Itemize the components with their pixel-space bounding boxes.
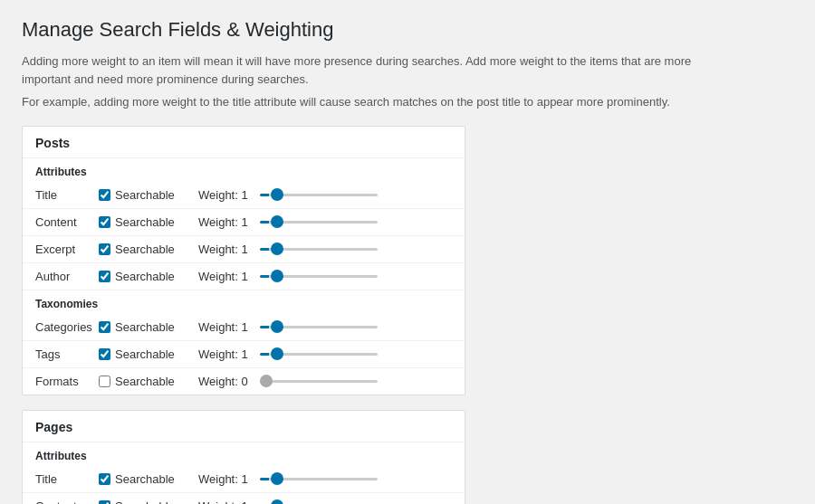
- searchable-checkbox[interactable]: [99, 376, 110, 387]
- weight-slider[interactable]: [260, 275, 378, 278]
- weight-label: Weight: 1: [198, 347, 260, 361]
- searchable-label: Searchable: [115, 215, 175, 229]
- section-pages: PagesAttributesTitleSearchableWeight: 1C…: [22, 410, 465, 505]
- weight-slider-wrapper: [260, 221, 378, 223]
- weight-label: Weight: 1: [198, 499, 260, 505]
- searchable-checkbox[interactable]: [99, 189, 110, 201]
- field-name: Tags: [35, 347, 99, 361]
- field-name: Formats: [35, 375, 99, 388]
- searchable-label: Searchable: [115, 242, 175, 256]
- searchable-checkbox[interactable]: [99, 500, 110, 505]
- searchable-checkbox[interactable]: [99, 321, 110, 333]
- table-row: TagsSearchableWeight: 1: [23, 341, 465, 368]
- section-title-pages: Pages: [23, 411, 465, 442]
- table-row: FormatsSearchableWeight: 0: [23, 368, 465, 395]
- searchable-checkbox-wrapper[interactable]: Searchable: [99, 375, 198, 388]
- weight-slider: [260, 380, 378, 383]
- field-name: Content: [35, 499, 99, 505]
- weight-label: Weight: 0: [198, 375, 260, 388]
- weight-label: Weight: 1: [198, 188, 260, 202]
- searchable-checkbox[interactable]: [99, 271, 110, 282]
- table-row: AuthorSearchableWeight: 1: [23, 263, 465, 290]
- section-title-posts: Posts: [23, 127, 465, 158]
- weight-slider[interactable]: [260, 248, 378, 251]
- searchable-checkbox-wrapper[interactable]: Searchable: [99, 472, 198, 486]
- searchable-checkbox-wrapper[interactable]: Searchable: [99, 215, 198, 229]
- searchable-label: Searchable: [115, 499, 175, 505]
- subsection-label: Attributes: [23, 158, 465, 182]
- table-row: TitleSearchableWeight: 1: [23, 182, 465, 209]
- subsection-label: Taxonomies: [23, 290, 465, 314]
- weight-slider[interactable]: [260, 353, 378, 356]
- field-name: Title: [35, 472, 99, 486]
- table-row: ContentSearchableWeight: 1: [23, 493, 465, 505]
- searchable-label: Searchable: [115, 320, 175, 334]
- page-title: Manage Search Fields & Weighting: [22, 18, 793, 42]
- searchable-label: Searchable: [115, 472, 175, 486]
- weight-slider-wrapper: [260, 194, 378, 196]
- searchable-checkbox-wrapper[interactable]: Searchable: [99, 270, 198, 283]
- field-name: Excerpt: [35, 242, 99, 256]
- weight-slider[interactable]: [260, 478, 378, 480]
- section-posts: PostsAttributesTitleSearchableWeight: 1C…: [22, 126, 465, 395]
- table-row: CategoriesSearchableWeight: 1: [23, 314, 465, 341]
- weight-slider-wrapper: [260, 380, 378, 383]
- searchable-checkbox-wrapper[interactable]: Searchable: [99, 320, 198, 334]
- searchable-checkbox[interactable]: [99, 216, 110, 228]
- searchable-checkbox-wrapper[interactable]: Searchable: [99, 499, 198, 505]
- field-name: Content: [35, 215, 99, 229]
- field-name: Categories: [35, 320, 99, 334]
- searchable-label: Searchable: [115, 375, 175, 388]
- field-name: Title: [35, 188, 99, 202]
- weight-slider[interactable]: [260, 221, 378, 223]
- weight-slider[interactable]: [260, 194, 378, 196]
- weight-slider-wrapper: [260, 275, 378, 278]
- weight-label: Weight: 1: [198, 215, 260, 229]
- weight-slider-wrapper: [260, 353, 378, 356]
- searchable-checkbox[interactable]: [99, 243, 110, 255]
- weight-slider-wrapper: [260, 248, 378, 251]
- searchable-checkbox-wrapper[interactable]: Searchable: [99, 347, 198, 361]
- searchable-label: Searchable: [115, 188, 175, 202]
- field-name: Author: [35, 270, 99, 283]
- weight-label: Weight: 1: [198, 270, 260, 283]
- table-row: ExcerptSearchableWeight: 1: [23, 236, 465, 263]
- searchable-checkbox[interactable]: [99, 473, 110, 485]
- searchable-checkbox[interactable]: [99, 348, 110, 360]
- weight-slider[interactable]: [260, 326, 378, 328]
- searchable-checkbox-wrapper[interactable]: Searchable: [99, 242, 198, 256]
- description-2: For example, adding more weight to the t…: [22, 93, 701, 111]
- searchable-checkbox-wrapper[interactable]: Searchable: [99, 188, 198, 202]
- table-row: TitleSearchableWeight: 1: [23, 466, 465, 493]
- weight-slider-wrapper: [260, 326, 378, 328]
- searchable-label: Searchable: [115, 270, 175, 283]
- searchable-label: Searchable: [115, 347, 175, 361]
- weight-label: Weight: 1: [198, 242, 260, 256]
- weight-label: Weight: 1: [198, 472, 260, 486]
- table-row: ContentSearchableWeight: 1: [23, 209, 465, 236]
- weight-label: Weight: 1: [198, 320, 260, 334]
- description-1: Adding more weight to an item will mean …: [22, 52, 701, 88]
- weight-slider-wrapper: [260, 478, 378, 480]
- subsection-label: Attributes: [23, 442, 465, 466]
